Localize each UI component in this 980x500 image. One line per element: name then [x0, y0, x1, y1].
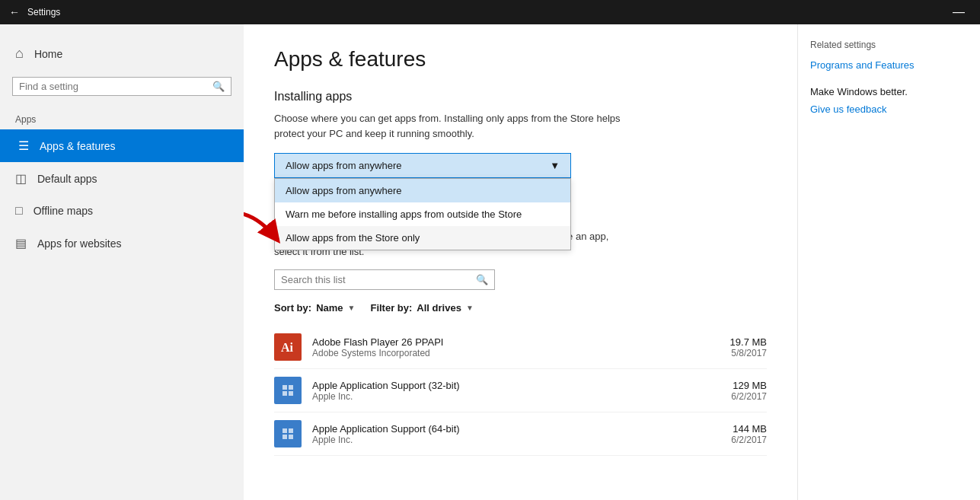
sidebar-item-offline-maps[interactable]: □ Offline maps: [0, 195, 244, 227]
offline-maps-icon: □: [15, 204, 23, 218]
home-icon: ⌂: [15, 46, 24, 62]
app-date: 6/2/2017: [731, 391, 767, 402]
dropdown-chevron-icon: ▼: [550, 160, 560, 171]
sidebar-item-label: Offline maps: [34, 205, 93, 217]
dropdown-option-store-only[interactable]: Allow apps from the Store only: [275, 226, 570, 250]
filter-chevron-icon: ▼: [466, 304, 474, 312]
table-row[interactable]: Ai Adobe Flash Player 26 PPAPI Adobe Sys…: [274, 326, 767, 369]
app-size: 19.7 MB: [730, 336, 767, 348]
titlebar: ← Settings —: [0, 0, 980, 24]
app-date: 5/8/2017: [730, 348, 767, 358]
app-search-box[interactable]: 🔍: [274, 269, 495, 290]
filter-value: All drives: [417, 302, 461, 314]
search-icon: 🔍: [212, 81, 225, 92]
apps-features-icon: ☰: [18, 139, 29, 153]
svg-rect-3: [289, 385, 293, 390]
svg-rect-2: [283, 385, 287, 390]
app-icon-adobe: Ai: [274, 333, 302, 361]
app-info: Adobe Flash Player 26 PPAPI Adobe System…: [312, 336, 720, 358]
svg-rect-7: [289, 428, 293, 433]
app-name: Apple Application Support (32-bit): [312, 380, 720, 391]
app-size: 144 MB: [731, 423, 767, 435]
default-apps-icon: ◫: [15, 171, 27, 186]
table-row[interactable]: Apple Application Support (32-bit) Apple…: [274, 369, 767, 412]
app-list: Ai Adobe Flash Player 26 PPAPI Adobe Sys…: [274, 326, 767, 456]
give-feedback-link[interactable]: Give us feedback: [810, 104, 968, 115]
filter-dropdown[interactable]: Filter by: All drives ▼: [370, 302, 473, 314]
apps-for-websites-icon: ▤: [15, 236, 27, 250]
app-meta: 144 MB 6/2/2017: [731, 423, 767, 445]
sort-value: Name: [316, 302, 343, 314]
app-info: Apple Application Support (32-bit) Apple…: [312, 380, 720, 402]
sidebar-item-label: Default apps: [37, 173, 97, 185]
app-icon-apple-64: [274, 420, 302, 447]
app-name: Adobe Flash Player 26 PPAPI: [312, 336, 720, 348]
app-publisher: Apple Inc.: [312, 391, 720, 402]
svg-rect-5: [289, 391, 293, 396]
window-title: Settings: [27, 7, 946, 18]
installing-apps-desc: Choose where you can get apps from. Inst…: [274, 111, 640, 141]
app-publisher: Apple Inc.: [312, 435, 720, 445]
find-setting-input[interactable]: [19, 81, 212, 92]
app-meta: 19.7 MB 5/8/2017: [730, 336, 767, 358]
content-area: Apps & features Installing apps Choose w…: [244, 24, 797, 500]
dropdown-selected-text: Allow apps from anywhere: [286, 160, 401, 171]
app-date: 6/2/2017: [731, 435, 767, 445]
sidebar-item-default-apps[interactable]: ◫ Default apps: [0, 162, 244, 195]
app-meta: 129 MB 6/2/2017: [731, 380, 767, 402]
app-icon-apple-32: [274, 377, 302, 404]
main-layout: ⌂ Home 🔍 Apps ☰ Apps & features ◫ Defaul…: [0, 24, 980, 500]
svg-text:Ai: Ai: [281, 341, 294, 354]
make-windows-better-text: Make Windows better.: [810, 86, 968, 97]
programs-features-link[interactable]: Programs and Features: [810, 59, 968, 71]
sidebar-search[interactable]: 🔍: [12, 77, 231, 96]
svg-rect-6: [283, 428, 287, 433]
filter-label: Filter by:: [370, 302, 412, 314]
sort-filter-row: Sort by: Name ▼ Filter by: All drives ▼: [274, 302, 767, 314]
sidebar-item-label: Apps for websites: [37, 237, 122, 250]
sidebar-item-label: Apps & features: [40, 140, 116, 152]
dropdown-option-anywhere[interactable]: Allow apps from anywhere: [275, 179, 570, 202]
search-list-input[interactable]: [281, 274, 476, 285]
install-source-dropdown[interactable]: Allow apps from anywhere ▼ Allow apps fr…: [274, 153, 571, 178]
dropdown-list: Allow apps from anywhere Warn me before …: [274, 178, 571, 250]
sidebar-home[interactable]: ⌂ Home: [0, 37, 244, 71]
minimize-button[interactable]: —: [946, 5, 971, 19]
home-label: Home: [34, 48, 62, 60]
page-title: Apps & features: [274, 47, 767, 72]
svg-rect-8: [283, 435, 287, 439]
sidebar-item-apps-for-websites[interactable]: ▤ Apps for websites: [0, 227, 244, 260]
app-info: Apple Application Support (64-bit) Apple…: [312, 423, 720, 445]
right-panel: Related settings Programs and Features M…: [797, 24, 980, 500]
installing-apps-title: Installing apps: [274, 90, 767, 104]
back-button[interactable]: ←: [9, 6, 20, 18]
dropdown-option-warn[interactable]: Warn me before installing apps from outs…: [275, 202, 570, 226]
app-publisher: Adobe Systems Incorporated: [312, 348, 720, 358]
related-settings-title: Related settings: [810, 40, 968, 50]
app-name: Apple Application Support (64-bit): [312, 423, 720, 435]
table-row[interactable]: Apple Application Support (64-bit) Apple…: [274, 412, 767, 456]
sort-dropdown[interactable]: Sort by: Name ▼: [274, 302, 355, 314]
app-size: 129 MB: [731, 380, 767, 391]
svg-rect-9: [289, 435, 293, 439]
apps-section-label: Apps: [0, 108, 244, 129]
search-list-icon: 🔍: [476, 274, 488, 285]
dropdown-selected[interactable]: Allow apps from anywhere ▼: [274, 153, 571, 178]
sort-label: Sort by:: [274, 302, 311, 314]
sort-chevron-icon: ▼: [348, 304, 356, 312]
sidebar-item-apps-features[interactable]: ☰ Apps & features: [0, 129, 244, 162]
sidebar: ⌂ Home 🔍 Apps ☰ Apps & features ◫ Defaul…: [0, 24, 244, 500]
svg-rect-4: [283, 391, 287, 396]
